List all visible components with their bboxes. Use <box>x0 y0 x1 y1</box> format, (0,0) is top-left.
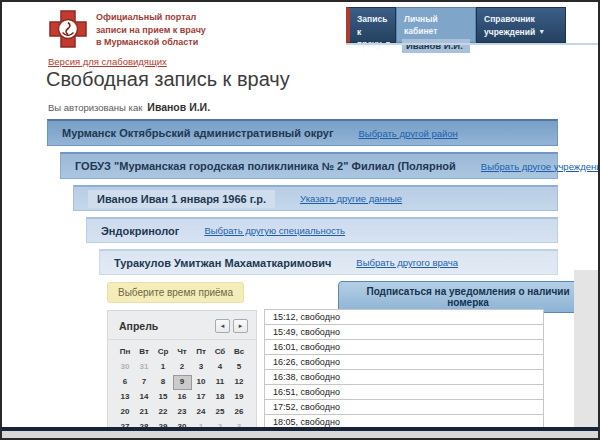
chevron-down-icon: ▼ <box>538 28 545 35</box>
specialty-selection-bar: Эндокринолог Выбрать другую специальност… <box>86 217 558 243</box>
weekday-label: Ср <box>154 345 173 358</box>
tab-lichnyi-kabinet[interactable]: Личный кабинет Иванов И.И. <box>396 7 476 43</box>
calendar-day[interactable]: 10 <box>192 375 211 390</box>
arrow-left-icon: ◂ <box>221 322 225 330</box>
calendar-day[interactable]: 25 <box>211 405 230 420</box>
weekday-label: Чт <box>173 345 192 358</box>
patient-value: Иванов Иван 1 января 1966 г.р. <box>88 190 275 208</box>
calendar-day[interactable]: 21 <box>135 405 154 420</box>
auth-user-name: Иванов И.И. <box>147 101 210 113</box>
tab-spravochnik[interactable]: Справочник учреждений▼ <box>476 7 566 43</box>
doctor-selection-bar: Туракулов Умитжан Махаматкаримович Выбра… <box>99 249 558 275</box>
district-selection-bar: Мурманск Октябрьский административный ок… <box>47 119 558 146</box>
bottom-frame-strip <box>2 431 598 438</box>
calendar-month-label: Апрель <box>119 320 215 332</box>
calendar-day[interactable]: 23 <box>173 405 192 420</box>
weekday-label: Вс <box>230 345 249 358</box>
calendar-next-month-button[interactable]: ▸ <box>233 319 248 333</box>
time-slot[interactable]: 16:38, свободно <box>264 369 544 385</box>
time-slot[interactable]: 17:52, свободно <box>264 399 544 415</box>
calendar-day[interactable]: 19 <box>230 390 249 405</box>
calendar-prev-month-button[interactable]: ◂ <box>215 319 230 333</box>
calendar-day[interactable]: 22 <box>154 405 173 420</box>
page-title: Свободная запись к врачу <box>46 68 290 91</box>
user-name-badge: Иванов И.И. <box>402 39 470 53</box>
calendar-day[interactable]: 31 <box>135 360 154 375</box>
district-value: Мурманск Октябрьский административный ок… <box>62 127 334 139</box>
change-specialty-link[interactable]: Выбрать другую специальность <box>204 225 345 236</box>
calendar-day[interactable]: 30 <box>116 360 135 375</box>
calendar-day[interactable]: 24 <box>192 405 211 420</box>
weekday-label: Пт <box>192 345 211 358</box>
change-doctor-link[interactable]: Выбрать другого врача <box>356 257 458 268</box>
calendar-day[interactable]: 5 <box>230 360 249 375</box>
tab-label: Запись <box>357 14 387 24</box>
time-slot[interactable]: 16:51, свободно <box>264 384 544 400</box>
calendar-grid: 3031123456789101112131415161718192021222… <box>108 360 256 435</box>
choose-time-prompt: Выберите время приёма <box>107 282 244 303</box>
accessibility-version-link[interactable]: Версия для слабовидящих <box>48 56 167 67</box>
change-district-link[interactable]: Выбрать другой район <box>359 128 458 139</box>
calendar-day[interactable]: 16 <box>173 390 192 405</box>
tab-zapis-k-vrachu[interactable]: Запись к врачу▼ <box>346 7 396 43</box>
clinic-selection-bar: ГОБУЗ "Мурманская городская поликлиника … <box>60 152 558 179</box>
top-navigation: Запись к врачу▼ Личный кабинет Иванов И.… <box>346 7 566 43</box>
time-slot[interactable]: 15:49, свободно <box>264 324 544 340</box>
time-slot[interactable]: 16:01, свободно <box>264 339 544 355</box>
calendar-weekdays: ПнВтСрЧтПтСбВс <box>108 345 256 358</box>
calendar-day[interactable]: 26 <box>230 405 249 420</box>
weekday-label: Сб <box>211 345 230 358</box>
calendar-day[interactable]: 4 <box>211 360 230 375</box>
time-slot-list: 15:12, свободно15:49, свободно16:01, сво… <box>264 310 544 430</box>
tabs-underline <box>346 43 598 45</box>
time-slot[interactable]: 16:26, свободно <box>264 354 544 370</box>
calendar-day[interactable]: 7 <box>135 375 154 390</box>
calendar-day[interactable]: 1 <box>154 360 173 375</box>
calendar-day[interactable]: 15 <box>154 390 173 405</box>
auth-prefix: Вы авторизованы как <box>48 102 142 113</box>
tab-label: к врачу <box>357 27 382 49</box>
calendar-day[interactable]: 18 <box>211 390 230 405</box>
specialty-value: Эндокринолог <box>101 225 179 237</box>
clinic-value: ГОБУЗ "Мурманская городская поликлиника … <box>75 160 456 172</box>
change-patient-link[interactable]: Указать другие данные <box>300 193 402 204</box>
weekday-label: Вт <box>135 345 154 358</box>
calendar-day[interactable]: 3 <box>192 360 211 375</box>
calendar-header: Апрель ◂ ▸ <box>108 311 256 340</box>
calendar-day[interactable]: 2 <box>173 360 192 375</box>
calendar: Апрель ◂ ▸ ПнВтСрЧтПтСбВс 30311234567891… <box>107 310 257 428</box>
weekday-label: Пн <box>116 345 135 358</box>
portal-caption: Официальный портал записи на прием к вра… <box>96 11 256 49</box>
patient-selection-bar: Иванов Иван 1 января 1966 г.р. Указать д… <box>73 185 558 211</box>
right-gray-band <box>574 270 598 428</box>
calendar-day[interactable]: 6 <box>116 375 135 390</box>
appointment-portal-page: Официальный портал записи на прием к вра… <box>0 0 600 440</box>
portal-logo-red-cross-icon <box>48 9 88 49</box>
calendar-day-selected[interactable]: 9 <box>173 375 192 390</box>
calendar-day[interactable]: 14 <box>135 390 154 405</box>
calendar-day[interactable]: 11 <box>211 375 230 390</box>
tab-label: учреждений <box>484 27 535 37</box>
calendar-day[interactable]: 17 <box>192 390 211 405</box>
change-clinic-link[interactable]: Выбрать другое учреждение <box>481 161 600 172</box>
time-slot[interactable]: 15:12, свободно <box>264 309 544 325</box>
tab-label: Справочник <box>484 14 535 24</box>
calendar-day[interactable]: 12 <box>230 375 249 390</box>
auth-status: Вы авторизованы какИванов И.И. <box>48 101 210 113</box>
arrow-right-icon: ▸ <box>239 322 243 330</box>
doctor-value: Туракулов Умитжан Махаматкаримович <box>114 257 331 269</box>
calendar-day[interactable]: 13 <box>116 390 135 405</box>
tab-label: Личный кабинет <box>404 14 438 36</box>
calendar-day[interactable]: 8 <box>154 375 173 390</box>
calendar-day[interactable]: 20 <box>116 405 135 420</box>
